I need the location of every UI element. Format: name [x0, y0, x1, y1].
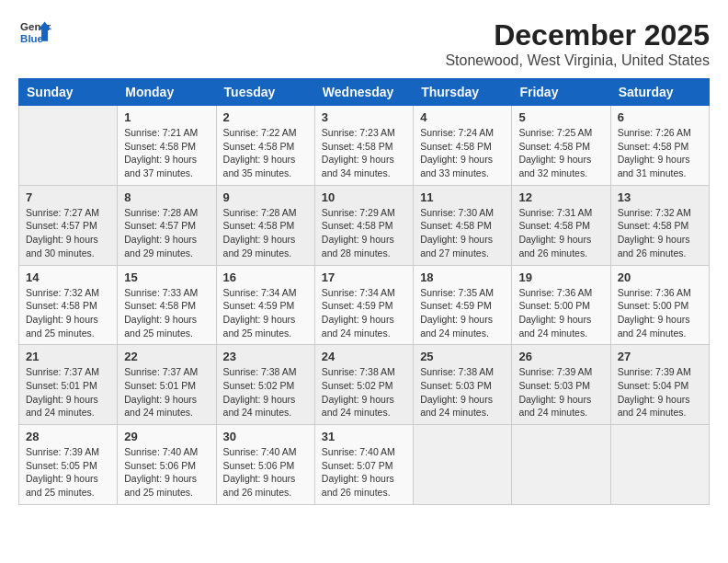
logo: General Blue [18, 18, 51, 46]
calendar-cell: 9Sunrise: 7:28 AM Sunset: 4:58 PM Daylig… [216, 185, 314, 265]
day-number: 11 [420, 190, 505, 204]
calendar-cell: 23Sunrise: 7:38 AM Sunset: 5:02 PM Dayli… [216, 345, 314, 425]
day-number: 1 [124, 110, 209, 124]
day-number: 12 [518, 190, 603, 204]
calendar-header-row: SundayMondayTuesdayWednesdayThursdayFrid… [19, 79, 710, 106]
day-number: 31 [322, 430, 406, 443]
day-info: Sunrise: 7:38 AM Sunset: 5:02 PM Dayligh… [322, 365, 406, 419]
calendar-cell: 20Sunrise: 7:36 AM Sunset: 5:00 PM Dayli… [610, 265, 709, 345]
day-info: Sunrise: 7:35 AM Sunset: 4:59 PM Dayligh… [420, 286, 505, 340]
calendar-cell: 21Sunrise: 7:37 AM Sunset: 5:01 PM Dayli… [19, 345, 118, 425]
day-info: Sunrise: 7:39 AM Sunset: 5:04 PM Dayligh… [618, 365, 702, 419]
day-number: 8 [124, 190, 209, 204]
day-header-thursday: Thursday [414, 79, 512, 106]
day-number: 4 [420, 110, 505, 124]
day-number: 29 [124, 430, 209, 443]
calendar-cell: 6Sunrise: 7:26 AM Sunset: 4:58 PM Daylig… [610, 106, 709, 186]
day-header-sunday: Sunday [19, 79, 118, 106]
calendar-cell: 22Sunrise: 7:37 AM Sunset: 5:01 PM Dayli… [118, 345, 216, 425]
day-info: Sunrise: 7:39 AM Sunset: 5:03 PM Dayligh… [518, 365, 603, 419]
day-info: Sunrise: 7:34 AM Sunset: 4:59 PM Dayligh… [322, 286, 406, 340]
calendar-week-row: 28Sunrise: 7:39 AM Sunset: 5:05 PM Dayli… [19, 425, 710, 505]
calendar-week-row: 7Sunrise: 7:27 AM Sunset: 4:57 PM Daylig… [19, 185, 710, 265]
calendar-cell: 25Sunrise: 7:38 AM Sunset: 5:03 PM Dayli… [414, 345, 512, 425]
day-info: Sunrise: 7:28 AM Sunset: 4:58 PM Dayligh… [223, 206, 308, 260]
day-info: Sunrise: 7:24 AM Sunset: 4:58 PM Dayligh… [420, 126, 505, 180]
day-number: 17 [322, 270, 406, 284]
day-number: 16 [223, 270, 308, 284]
day-info: Sunrise: 7:40 AM Sunset: 5:06 PM Dayligh… [223, 445, 308, 500]
calendar-cell: 27Sunrise: 7:39 AM Sunset: 5:04 PM Dayli… [610, 345, 709, 425]
day-number: 21 [26, 350, 110, 363]
calendar-cell [19, 106, 118, 186]
calendar-week-row: 1Sunrise: 7:21 AM Sunset: 4:58 PM Daylig… [19, 106, 710, 186]
day-info: Sunrise: 7:36 AM Sunset: 5:00 PM Dayligh… [518, 286, 603, 340]
calendar-cell: 26Sunrise: 7:39 AM Sunset: 5:03 PM Dayli… [512, 345, 610, 425]
day-number: 25 [420, 350, 505, 363]
logo-icon: General Blue [18, 18, 51, 46]
calendar-week-row: 21Sunrise: 7:37 AM Sunset: 5:01 PM Dayli… [19, 345, 710, 425]
day-number: 2 [223, 110, 308, 124]
calendar-cell: 2Sunrise: 7:22 AM Sunset: 4:58 PM Daylig… [216, 106, 314, 186]
day-info: Sunrise: 7:21 AM Sunset: 4:58 PM Dayligh… [124, 126, 209, 180]
day-info: Sunrise: 7:28 AM Sunset: 4:57 PM Dayligh… [124, 206, 209, 260]
calendar-cell [512, 425, 610, 505]
day-info: Sunrise: 7:39 AM Sunset: 5:05 PM Dayligh… [26, 445, 110, 500]
day-number: 6 [618, 110, 702, 124]
day-number: 15 [124, 270, 209, 284]
day-info: Sunrise: 7:27 AM Sunset: 4:57 PM Dayligh… [26, 206, 110, 260]
day-info: Sunrise: 7:38 AM Sunset: 5:02 PM Dayligh… [223, 365, 308, 419]
page-title: December 2025 [445, 18, 710, 52]
day-info: Sunrise: 7:37 AM Sunset: 5:01 PM Dayligh… [124, 365, 209, 419]
calendar-cell: 13Sunrise: 7:32 AM Sunset: 4:58 PM Dayli… [610, 185, 709, 265]
day-info: Sunrise: 7:22 AM Sunset: 4:58 PM Dayligh… [223, 126, 308, 180]
title-block: December 2025 Stonewood, West Virginia, … [445, 18, 710, 69]
day-number: 22 [124, 350, 209, 363]
calendar-cell: 7Sunrise: 7:27 AM Sunset: 4:57 PM Daylig… [19, 185, 118, 265]
day-info: Sunrise: 7:36 AM Sunset: 5:00 PM Dayligh… [618, 286, 702, 340]
day-info: Sunrise: 7:25 AM Sunset: 4:58 PM Dayligh… [518, 126, 603, 180]
day-number: 14 [26, 270, 110, 284]
calendar-cell: 19Sunrise: 7:36 AM Sunset: 5:00 PM Dayli… [512, 265, 610, 345]
day-header-tuesday: Tuesday [216, 79, 314, 106]
day-number: 13 [618, 190, 702, 204]
day-number: 3 [322, 110, 406, 124]
calendar-cell: 16Sunrise: 7:34 AM Sunset: 4:59 PM Dayli… [216, 265, 314, 345]
page-subtitle: Stonewood, West Virginia, United States [445, 52, 710, 69]
day-info: Sunrise: 7:33 AM Sunset: 4:58 PM Dayligh… [124, 286, 209, 340]
calendar-cell [414, 425, 512, 505]
calendar-cell: 28Sunrise: 7:39 AM Sunset: 5:05 PM Dayli… [19, 425, 118, 505]
calendar-cell: 5Sunrise: 7:25 AM Sunset: 4:58 PM Daylig… [512, 106, 610, 186]
calendar-cell: 10Sunrise: 7:29 AM Sunset: 4:58 PM Dayli… [314, 185, 413, 265]
calendar-week-row: 14Sunrise: 7:32 AM Sunset: 4:58 PM Dayli… [19, 265, 710, 345]
svg-text:Blue: Blue [20, 33, 43, 44]
day-number: 26 [518, 350, 603, 363]
day-number: 24 [322, 350, 406, 363]
day-info: Sunrise: 7:40 AM Sunset: 5:06 PM Dayligh… [124, 445, 209, 500]
calendar-cell: 3Sunrise: 7:23 AM Sunset: 4:58 PM Daylig… [314, 106, 413, 186]
day-header-saturday: Saturday [610, 79, 709, 106]
calendar-cell: 24Sunrise: 7:38 AM Sunset: 5:02 PM Dayli… [314, 345, 413, 425]
day-info: Sunrise: 7:30 AM Sunset: 4:58 PM Dayligh… [420, 206, 505, 260]
day-info: Sunrise: 7:38 AM Sunset: 5:03 PM Dayligh… [420, 365, 505, 419]
day-header-wednesday: Wednesday [314, 79, 413, 106]
calendar-cell [610, 425, 709, 505]
day-header-monday: Monday [118, 79, 216, 106]
day-info: Sunrise: 7:26 AM Sunset: 4:58 PM Dayligh… [618, 126, 702, 180]
calendar-table: SundayMondayTuesdayWednesdayThursdayFrid… [18, 78, 710, 505]
day-info: Sunrise: 7:29 AM Sunset: 4:58 PM Dayligh… [322, 206, 406, 260]
day-number: 7 [26, 190, 110, 204]
day-number: 10 [322, 190, 406, 204]
day-info: Sunrise: 7:32 AM Sunset: 4:58 PM Dayligh… [618, 206, 702, 260]
day-info: Sunrise: 7:23 AM Sunset: 4:58 PM Dayligh… [322, 126, 406, 180]
calendar-cell: 31Sunrise: 7:40 AM Sunset: 5:07 PM Dayli… [314, 425, 413, 505]
calendar-cell: 14Sunrise: 7:32 AM Sunset: 4:58 PM Dayli… [19, 265, 118, 345]
calendar-cell: 18Sunrise: 7:35 AM Sunset: 4:59 PM Dayli… [414, 265, 512, 345]
day-number: 30 [223, 430, 308, 443]
day-info: Sunrise: 7:34 AM Sunset: 4:59 PM Dayligh… [223, 286, 308, 340]
calendar-cell: 30Sunrise: 7:40 AM Sunset: 5:06 PM Dayli… [216, 425, 314, 505]
page-header: General Blue December 2025 Stonewood, We… [18, 18, 710, 69]
day-header-friday: Friday [512, 79, 610, 106]
calendar-cell: 17Sunrise: 7:34 AM Sunset: 4:59 PM Dayli… [314, 265, 413, 345]
calendar-cell: 15Sunrise: 7:33 AM Sunset: 4:58 PM Dayli… [118, 265, 216, 345]
